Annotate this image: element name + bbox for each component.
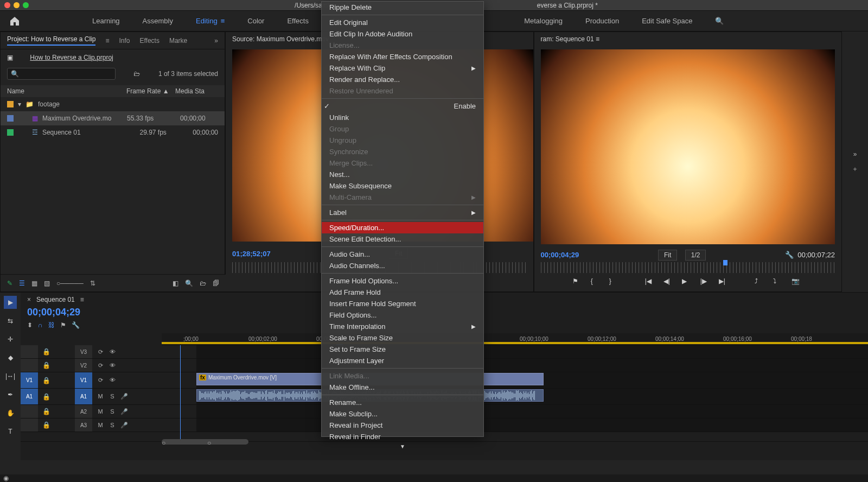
workspace-effects[interactable]: Effects: [284, 15, 312, 27]
cc-icon[interactable]: ◉: [0, 474, 9, 482]
voice-icon[interactable]: 🎤: [120, 393, 128, 400]
clip-context-menu[interactable]: Ripple DeleteEdit OriginalEdit Clip In A…: [321, 1, 484, 437]
ctx-reveal-in-finder[interactable]: Reveal in Finder: [322, 431, 483, 442]
timeline-ruler[interactable]: ;00;00 00;00;02;00 00;00;04;00 00;00;10;…: [162, 333, 868, 345]
mute-icon[interactable]: M: [97, 408, 104, 415]
linked-selection-icon[interactable]: ⛓: [48, 321, 55, 329]
workspace-editing[interactable]: Editing≡: [193, 15, 228, 27]
ctx-speed-duration-[interactable]: Speed/Duration...: [322, 222, 483, 233]
zoom-window-button[interactable]: [23, 2, 29, 8]
ctx-replace-with-after-effects-composition[interactable]: Replace With After Effects Composition: [322, 51, 483, 62]
tab-overflow-icon[interactable]: »: [214, 37, 218, 45]
project-row-footage[interactable]: ▾ 📁 footage: [1, 97, 225, 111]
ctx-edit-original[interactable]: Edit Original: [322, 17, 483, 28]
ctx-ripple-delete[interactable]: Ripple Delete: [322, 2, 483, 13]
col-mediastart[interactable]: Media Sta: [175, 87, 205, 95]
ctx-replace-with-clip[interactable]: Replace With Clip▶: [322, 62, 483, 74]
slip-tool[interactable]: |↔|: [4, 370, 17, 383]
step-fwd-icon[interactable]: |▶: [700, 277, 712, 287]
trk-patch-v3[interactable]: V3: [75, 345, 92, 358]
lock-icon[interactable]: 🔒: [42, 348, 50, 356]
ctx-time-interpolation[interactable]: Time Interpolation▶: [322, 321, 483, 332]
timeline-sequence-name[interactable]: Sequence 01: [36, 296, 75, 303]
ctx-scale-to-frame-size[interactable]: Scale to Frame Size: [322, 332, 483, 344]
workspace-production[interactable]: Production: [582, 15, 622, 27]
ctx-set-to-frame-size[interactable]: Set to Frame Size: [322, 344, 483, 355]
marker-icon[interactable]: ⚑: [60, 321, 66, 329]
source-tc-left[interactable]: 01;28;52;07: [232, 250, 271, 258]
program-scrub-bar[interactable]: [541, 262, 835, 273]
tab-effects[interactable]: Effects: [139, 37, 159, 45]
lift-icon[interactable]: ⤴: [755, 277, 767, 287]
tab-info[interactable]: Info: [119, 37, 130, 45]
col-name[interactable]: Name: [7, 87, 126, 95]
ctx-scroll-down-icon[interactable]: ▼: [322, 442, 483, 451]
home-button[interactable]: [5, 14, 24, 29]
solo-icon[interactable]: S: [108, 408, 116, 415]
mark-in-icon[interactable]: ⚑: [572, 277, 584, 287]
ctx-rename-[interactable]: Rename...: [322, 397, 483, 408]
ctx-field-options-[interactable]: Field Options...: [322, 309, 483, 321]
ripple-edit-tool[interactable]: ✛: [4, 333, 17, 346]
lock-icon[interactable]: 🔒: [42, 362, 50, 369]
src-patch-a3[interactable]: [21, 418, 38, 432]
hscroll-thumb[interactable]: ○ ○: [162, 439, 248, 445]
snap-icon[interactable]: ∩: [38, 321, 43, 329]
wrench-icon[interactable]: 🔧: [785, 251, 794, 259]
ctx-enable[interactable]: ✓Enable: [322, 100, 483, 112]
pen-tool[interactable]: ✒: [4, 388, 17, 401]
go-to-out-icon[interactable]: ▶|: [719, 277, 731, 287]
go-to-in-icon[interactable]: |◀: [645, 277, 657, 287]
ctx-unlink[interactable]: Unlink: [322, 112, 483, 123]
ctx-nest-[interactable]: Nest...: [322, 169, 483, 180]
new-bin-icon[interactable]: 🗁: [133, 70, 140, 78]
ctx-audio-channels-[interactable]: Audio Channels...: [322, 260, 483, 271]
program-monitor-title[interactable]: ram: Sequence 01 ≡: [534, 32, 842, 46]
mute-icon[interactable]: M: [97, 422, 104, 429]
freeform-icon[interactable]: ▧: [44, 280, 50, 287]
nest-icon[interactable]: ⬍: [27, 321, 33, 329]
timeline-panel-menu-icon[interactable]: ≡: [80, 296, 84, 303]
voice-icon[interactable]: 🎤: [120, 408, 128, 415]
ctx-frame-hold-options-[interactable]: Frame Hold Options...: [322, 275, 483, 287]
button-editor-add-icon[interactable]: ＋: [852, 164, 858, 174]
ctx-make-subclip-[interactable]: Make Subclip...: [322, 408, 483, 420]
sort-icon[interactable]: ⇅: [90, 280, 95, 287]
ctx-make-subsequence[interactable]: Make Subsequence: [322, 180, 483, 192]
workspace-search-icon[interactable]: 🔍: [712, 15, 727, 27]
src-patch-v3[interactable]: [21, 345, 38, 358]
program-monitor-view[interactable]: [541, 49, 835, 244]
ctx-make-offline-[interactable]: Make Offline...: [322, 382, 483, 393]
project-search-input[interactable]: 🔍: [7, 68, 116, 80]
workspace-metalogging[interactable]: Metalogging: [521, 15, 566, 27]
trk-patch-a1[interactable]: A1: [75, 389, 92, 404]
sync-lock-icon[interactable]: ⟳: [97, 348, 104, 356]
project-row-clip[interactable]: ▦ Maximum Overdrive.mo 55.33 fps 00;00;0…: [1, 111, 225, 125]
list-view-icon[interactable]: ☰: [19, 280, 25, 287]
lock-icon[interactable]: 🔒: [42, 377, 50, 384]
project-name[interactable]: How to Reverse a Clip.prproj: [30, 54, 113, 61]
trk-patch-a2[interactable]: A2: [75, 405, 92, 418]
settings-icon[interactable]: 🔧: [72, 321, 80, 329]
ctx-audio-gain-[interactable]: Audio Gain...: [322, 249, 483, 260]
extract-icon[interactable]: ⤵: [773, 277, 785, 287]
play-icon[interactable]: ▶: [682, 277, 694, 287]
icon-view-icon[interactable]: ▦: [31, 280, 37, 287]
workspace-editsafe[interactable]: Edit Safe Space: [639, 15, 695, 27]
solo-icon[interactable]: S: [108, 393, 116, 400]
ctx-add-frame-hold[interactable]: Add Frame Hold: [322, 287, 483, 298]
tab-markers[interactable]: Marke: [169, 37, 187, 45]
trk-patch-v1[interactable]: V1: [75, 372, 92, 388]
panel-menu-icon[interactable]: ≡: [596, 35, 599, 43]
track-select-tool[interactable]: ⇆: [4, 314, 17, 327]
minimize-window-button[interactable]: [14, 2, 20, 8]
ctx-render-and-replace-[interactable]: Render and Replace...: [322, 74, 483, 85]
program-zoom-select[interactable]: 1/2: [685, 250, 706, 261]
button-editor-overflow-icon[interactable]: »: [853, 150, 857, 158]
export-frame-icon[interactable]: 📷: [792, 277, 803, 287]
solo-icon[interactable]: S: [108, 422, 116, 429]
workspace-assembly[interactable]: Assembly: [139, 15, 176, 27]
voice-icon[interactable]: 🎤: [120, 422, 128, 429]
automate-icon[interactable]: ◧: [173, 280, 178, 287]
trk-patch-a3[interactable]: A3: [75, 418, 92, 432]
